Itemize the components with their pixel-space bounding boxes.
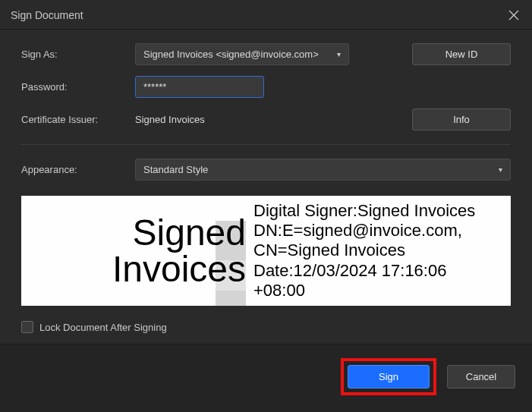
dialog-footer: Sign Cancel (0, 344, 532, 412)
lock-document-row: Lock Document After Signing (21, 321, 511, 333)
signature-detail-line: Digital Signer:Signed Invoices (253, 201, 500, 221)
sign-as-value: Signed Invoices <signed@invoice.com> (143, 49, 319, 60)
signature-name-line1: Signed (133, 212, 246, 253)
titlebar: Sign Document (0, 0, 532, 30)
certificate-issuer-row: Certificate Issuer: Signed Invoices Info (21, 109, 511, 131)
password-row: Password: (21, 76, 511, 98)
lock-document-checkbox[interactable] (21, 321, 33, 333)
chevron-down-icon: ▾ (499, 165, 502, 174)
appearance-label: Appearance: (21, 164, 127, 175)
signature-detail-line: +08:00 (253, 281, 500, 300)
sign-document-dialog: Sign Document Sign As: Signed Invoices <… (0, 0, 532, 412)
sign-as-label: Sign As: (21, 49, 127, 60)
chevron-down-icon: ▾ (337, 50, 341, 58)
certificate-issuer-label: Certificate Issuer: (21, 114, 127, 125)
sign-button-highlight: Sign (341, 358, 436, 395)
lock-document-label: Lock Document After Signing (39, 322, 167, 333)
cancel-button[interactable]: Cancel (447, 365, 515, 388)
signature-name-line2: Invoices (112, 249, 246, 289)
sign-button[interactable]: Sign (348, 365, 430, 388)
appearance-dropdown[interactable]: Standard Style ▾ (135, 159, 511, 181)
appearance-value: Standard Style (143, 164, 208, 175)
password-input[interactable] (135, 76, 264, 98)
signature-detail-line: Date:12/03/2024 17:16:06 (253, 261, 500, 281)
signature-preview: Signed Invoices Digital Signer:Signed In… (21, 196, 511, 306)
password-label: Password: (21, 81, 127, 93)
signature-detail-line: DN:E=signed@invoice.com, (253, 221, 500, 241)
sign-as-row: Sign As: Signed Invoices <signed@invoice… (21, 43, 511, 65)
dialog-title: Sign Document (11, 9, 83, 21)
signature-preview-name: Signed Invoices (26, 215, 246, 288)
sign-as-dropdown[interactable]: Signed Invoices <signed@invoice.com> ▾ (135, 43, 349, 65)
signature-preview-details: Digital Signer:Signed Invoices DN:E=sign… (253, 201, 500, 301)
certificate-issuer-value: Signed Invoices (135, 114, 405, 125)
divider (21, 144, 511, 145)
appearance-row: Appearance: Standard Style ▾ (21, 159, 511, 181)
signature-detail-line: CN=Signed Invoices (253, 241, 500, 260)
close-icon[interactable] (506, 8, 521, 23)
new-id-button[interactable]: New ID (412, 43, 511, 65)
dialog-content: Sign As: Signed Invoices <signed@invoice… (0, 30, 532, 344)
info-button[interactable]: Info (412, 109, 511, 131)
